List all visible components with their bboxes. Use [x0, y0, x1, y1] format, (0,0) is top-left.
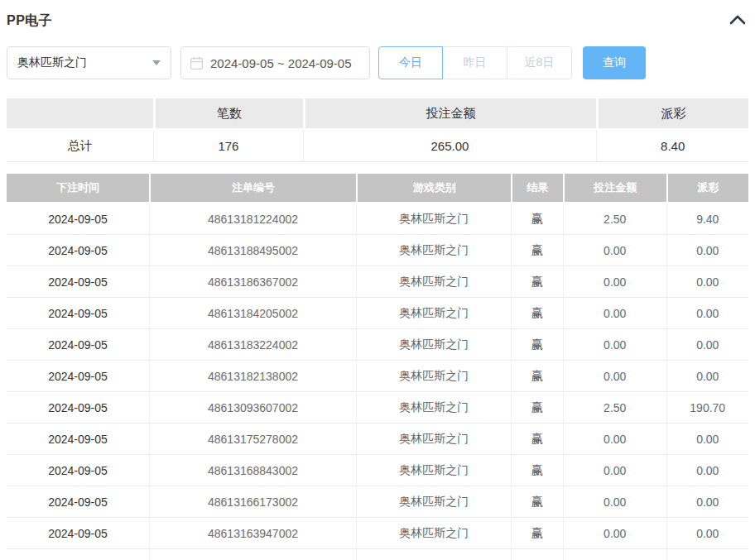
- table-row: 2024-09-05 48613183224002 奥林匹斯之门 赢 0.00 …: [7, 329, 748, 361]
- date-range-value: 2024-09-05 ~ 2024-09-05: [210, 56, 352, 70]
- cell-payout: 0.00: [666, 424, 749, 455]
- calendar-icon: [190, 56, 204, 70]
- cell-bet-time: 2024-09-05: [7, 329, 149, 361]
- cell-bet-amount: 0.00: [563, 329, 666, 361]
- cell-result: 赢: [511, 361, 563, 392]
- cell-game: 奥林匹斯之门: [356, 266, 511, 298]
- last-8-days-button[interactable]: 近8日: [507, 46, 572, 79]
- yesterday-button[interactable]: 昨日: [443, 46, 507, 79]
- cell-game: 奥林匹斯之门: [356, 235, 511, 266]
- summary-header-count: 笔数: [153, 98, 302, 130]
- cell-payout: 0.00: [666, 486, 749, 518]
- cell-bet-id: 48613182138002: [149, 361, 356, 392]
- cell-bet-amount: 2.50: [563, 392, 666, 424]
- cell-result: 赢: [511, 392, 563, 424]
- cell-bet-time: 2024-09-05: [7, 518, 149, 549]
- bet-table-body: 2024-09-05 48613181224002 奥林匹斯之门 赢 2.50 …: [7, 203, 748, 549]
- cell-game: 奥林匹斯之门: [356, 424, 511, 455]
- cell-game: 奥林匹斯之门: [356, 203, 511, 235]
- cell-bet-time: 2024-09-05: [7, 455, 149, 486]
- bet-header-payout: 派彩: [666, 174, 749, 203]
- table-row: 2024-09-05 48613168843002 奥林匹斯之门 赢 0.00 …: [7, 455, 748, 486]
- cell-bet-id: 48613163947002: [149, 518, 356, 549]
- cell-result: 赢: [511, 235, 563, 266]
- game-select[interactable]: 奥林匹斯之门: [7, 46, 171, 79]
- cell-bet-id: 48613186367002: [149, 266, 356, 298]
- summary-total-payout: 8.40: [596, 130, 748, 162]
- cell-bet-amount: 0.00: [563, 424, 666, 455]
- bet-header-id: 注单编号: [149, 174, 356, 203]
- chevron-up-icon: [729, 13, 746, 28]
- bet-records-table: 下注时间 注单编号 游戏类别 结果 投注金额 派彩 2024-09-05 486…: [7, 174, 748, 560]
- cell-bet-id: 48613175278002: [149, 424, 356, 455]
- cell-result: 赢: [511, 203, 563, 235]
- bet-header-result: 结果: [511, 174, 563, 203]
- cell-payout: 190.70: [666, 392, 749, 424]
- cell-game: 奥林匹斯之门: [356, 486, 511, 518]
- table-row: 2024-09-05 48613181224002 奥林匹斯之门 赢 2.50 …: [7, 203, 748, 235]
- cell-bet-time: 2024-09-05: [7, 361, 149, 392]
- cell-bet-amount: 0.00: [563, 298, 666, 329]
- table-row: 2024-09-05 48613188495002 奥林匹斯之门 赢 0.00 …: [7, 235, 748, 266]
- cell-bet-amount: 0.00: [563, 361, 666, 392]
- cell-bet-amount: 0.00: [563, 235, 666, 266]
- summary-total-count: 176: [153, 130, 302, 162]
- cell-payout: 9.40: [666, 203, 749, 235]
- table-row: 2024-09-05 48613184205002 奥林匹斯之门 赢 0.00 …: [7, 298, 748, 329]
- caret-down-icon: [152, 60, 161, 65]
- date-range-picker[interactable]: 2024-09-05 ~ 2024-09-05: [180, 46, 370, 79]
- bet-header-time: 下注时间: [7, 174, 149, 203]
- quick-date-buttons: 今日 昨日 近8日: [378, 46, 572, 79]
- title-bar: PP电子: [7, 11, 748, 31]
- cell-bet-time: 2024-09-05: [7, 203, 149, 235]
- cell-bet-time: 2024-09-05: [7, 266, 149, 298]
- summary-total-row: 总计 176 265.00 8.40: [7, 130, 748, 162]
- summary-table: 笔数 投注金额 派彩 总计 176 265.00 8.40: [7, 98, 748, 162]
- summary-header-blank: [7, 98, 153, 130]
- cell-result: 赢: [511, 266, 563, 298]
- cell-result: 赢: [511, 486, 563, 518]
- cell-bet-time: 2024-09-05: [7, 424, 149, 455]
- bet-header-bet-amount: 投注金额: [563, 174, 666, 203]
- cell-game: 奥林匹斯之门: [356, 455, 511, 486]
- cell-result: 赢: [511, 329, 563, 361]
- today-button[interactable]: 今日: [378, 46, 443, 79]
- cell-payout: 0.00: [666, 518, 749, 549]
- cell-bet-amount: 0.00: [563, 486, 666, 518]
- cell-payout: 0.00: [666, 455, 749, 486]
- summary-total-label: 总计: [7, 130, 153, 162]
- cell-bet-time: 2024-09-05: [7, 392, 149, 424]
- table-row: 2024-09-05 48613175278002 奥林匹斯之门 赢 0.00 …: [7, 424, 748, 455]
- summary-total-bet-amount: 265.00: [303, 130, 597, 162]
- table-row: 2024-09-05 48613163947002 奥林匹斯之门 赢 0.00 …: [7, 518, 748, 549]
- table-row: 2024-09-05 48613093607002 奥林匹斯之门 赢 2.50 …: [7, 392, 748, 424]
- cell-game: 奥林匹斯之门: [356, 329, 511, 361]
- cell-payout: 0.00: [666, 361, 749, 392]
- bet-table-partial-row: [7, 549, 748, 560]
- page-title: PP电子: [7, 12, 52, 30]
- cell-bet-time: 2024-09-05: [7, 486, 149, 518]
- bet-header-game: 游戏类别: [356, 174, 511, 203]
- filter-row: 奥林匹斯之门 2024-09-05 ~ 2024-09-05 今日 昨日 近8日…: [7, 46, 748, 79]
- cell-game: 奥林匹斯之门: [356, 392, 511, 424]
- summary-header-row: 笔数 投注金额 派彩: [7, 98, 748, 130]
- cell-game: 奥林匹斯之门: [356, 298, 511, 329]
- cell-payout: 0.00: [666, 329, 749, 361]
- summary-header-bet-amount: 投注金额: [303, 98, 597, 130]
- cell-bet-id: 48613184205002: [149, 298, 356, 329]
- cell-bet-id: 48613093607002: [149, 392, 356, 424]
- table-row: 2024-09-05 48613186367002 奥林匹斯之门 赢 0.00 …: [7, 266, 748, 298]
- cell-bet-time: 2024-09-05: [7, 235, 149, 266]
- cell-result: 赢: [511, 424, 563, 455]
- cell-bet-amount: 0.00: [563, 266, 666, 298]
- cell-bet-amount: 0.00: [563, 518, 666, 549]
- cell-bet-id: 48613188495002: [149, 235, 356, 266]
- collapse-panel-button[interactable]: [727, 12, 748, 29]
- query-button[interactable]: 查询: [583, 46, 646, 79]
- cell-result: 赢: [511, 298, 563, 329]
- cell-bet-amount: 2.50: [563, 203, 666, 235]
- bet-table-header-row: 下注时间 注单编号 游戏类别 结果 投注金额 派彩: [7, 174, 748, 203]
- cell-game: 奥林匹斯之门: [356, 361, 511, 392]
- cell-bet-id: 48613168843002: [149, 455, 356, 486]
- pp-electronics-panel: PP电子 奥林匹斯之门 2024-09-05 ~ 2024-09-05 今日 昨…: [0, 11, 755, 560]
